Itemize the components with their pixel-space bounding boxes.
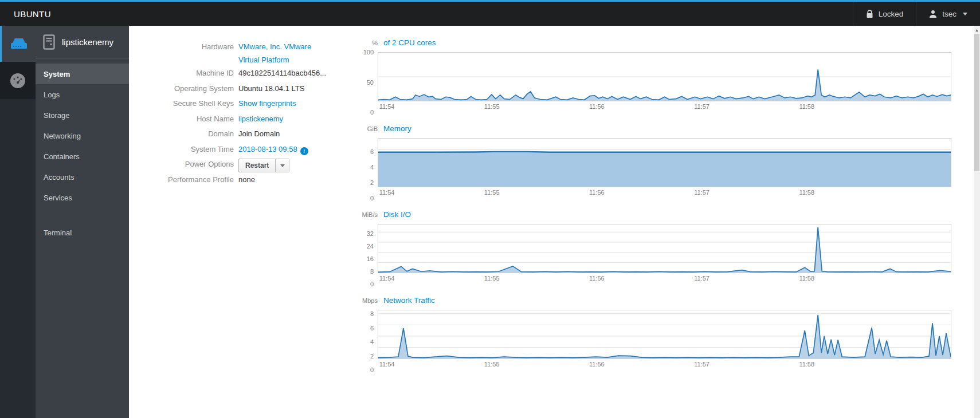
host-machine-icon <box>43 34 55 50</box>
lock-icon <box>866 10 873 18</box>
info-value: 2018-08-13 09:58i <box>238 143 308 156</box>
info-value: Join Domain <box>238 127 280 140</box>
sidebar-item-terminal[interactable]: Terminal <box>36 222 129 243</box>
x-tick-label: 11:58 <box>799 103 814 110</box>
y-tick-label: 4 <box>370 338 374 345</box>
y-tick-label: 4 <box>370 164 374 171</box>
sidebar-item-networking[interactable]: Networking <box>36 125 129 146</box>
network-chart: MbpsNetwork Traffic0246811:5411:5511:561… <box>340 296 951 370</box>
info-value: Show fingerprints <box>238 97 296 110</box>
sidebar-item-containers[interactable]: Containers <box>36 146 129 167</box>
x-tick-label: 11:58 <box>799 275 814 282</box>
y-axis-labels: 0246 <box>340 138 378 198</box>
info-row-hardware: HardwareVMware, Inc. VMwareVirtual Platf… <box>129 40 340 66</box>
brand-label: UBUNTU <box>0 9 51 19</box>
y-tick-label: 8 <box>370 268 374 275</box>
scroll-up-arrow-icon[interactable]: ▲ <box>974 26 980 34</box>
info-link[interactable]: lipstickenemy <box>238 115 283 123</box>
sidebar-item-system[interactable]: System <box>36 64 129 84</box>
y-axis-labels: 08162432 <box>340 224 378 284</box>
sidebar-item-services[interactable]: Services <box>36 187 129 208</box>
info-label: Power Options <box>129 157 234 171</box>
cpu-chart-title-link[interactable]: of 2 CPU cores <box>383 38 436 47</box>
y-tick-label: 0 <box>370 281 374 287</box>
info-label: Secure Shell Keys <box>129 97 234 110</box>
chevron-down-icon <box>280 164 285 167</box>
info-label: Hardware <box>129 40 234 53</box>
server-icon <box>9 37 29 51</box>
info-row-performance-profile: Performance Profilenone <box>129 173 340 188</box>
y-axis-labels: 02468 <box>340 310 378 370</box>
chart-unit-label: MiB/s <box>340 211 378 218</box>
user-icon <box>929 10 937 18</box>
system-info-panel: HardwareVMware, Inc. VMwareVirtual Platf… <box>129 38 340 418</box>
memory-chart-title-link[interactable]: Memory <box>383 124 411 133</box>
x-tick-label: 11:58 <box>799 189 814 196</box>
lock-status[interactable]: Locked <box>853 2 916 26</box>
power-options-caret-button[interactable] <box>276 159 289 172</box>
chevron-down-icon <box>963 13 967 15</box>
chart-header: GiBMemory <box>340 124 951 133</box>
info-row-operating-system: Operating SystemUbuntu 18.04.1 LTS <box>129 82 340 97</box>
x-tick-label: 11:55 <box>484 103 500 110</box>
x-axis-labels: 11:5411:5511:5611:5711:58 <box>378 102 951 112</box>
host-header[interactable]: lipstickenemy <box>36 26 129 58</box>
x-axis-labels: 11:5411:5511:5611:5711:58 <box>378 274 951 284</box>
x-tick-label: 11:57 <box>694 103 709 110</box>
menu-gap <box>36 208 129 222</box>
x-tick-label: 11:57 <box>694 361 709 368</box>
info-row-host-name: Host Namelipstickenemy <box>129 112 340 128</box>
cpu-chart: %of 2 CPU cores05010011:5411:5511:5611:5… <box>340 38 951 112</box>
plot-wrap: 11:5411:5511:5611:5711:58 <box>378 138 951 198</box>
sidebar-item-storage[interactable]: Storage <box>36 105 129 125</box>
y-tick-label: 0 <box>370 109 374 116</box>
y-tick-label: 24 <box>367 243 374 250</box>
rail-item-dashboard[interactable] <box>0 62 36 99</box>
time-info-icon[interactable]: i <box>300 147 308 155</box>
plot-wrap: 11:5411:5511:5611:5711:58 <box>378 310 951 370</box>
sidebar-hostname: lipstickenemy <box>62 37 113 47</box>
chart-body: 0816243211:5411:5511:5611:5711:58 <box>340 224 951 284</box>
x-tick-label: 11:54 <box>379 275 395 282</box>
chart-body: 05010011:5411:5511:5611:5711:58 <box>340 52 951 112</box>
x-tick-label: 11:54 <box>379 189 395 196</box>
y-tick-label: 2 <box>370 353 374 360</box>
network-plot-area <box>378 310 951 359</box>
user-menu[interactable]: tsec <box>916 2 980 26</box>
x-tick-label: 11:55 <box>484 275 500 282</box>
info-label: System Time <box>129 143 234 156</box>
y-tick-label: 100 <box>363 49 374 56</box>
info-link[interactable]: Show fingerprints <box>238 99 296 108</box>
vertical-scrollbar[interactable]: ▲ <box>974 26 980 418</box>
network-chart-title-link[interactable]: Network Traffic <box>383 296 435 305</box>
y-tick-label: 8 <box>370 310 374 317</box>
scrollbar-thumb[interactable] <box>974 34 979 171</box>
system-time-link[interactable]: 2018-08-13 09:58 <box>238 145 297 153</box>
x-tick-label: 11:54 <box>379 361 395 368</box>
sidebar-item-logs[interactable]: Logs <box>36 84 129 105</box>
y-tick-label: 0 <box>370 195 374 202</box>
sidebar-item-accounts[interactable]: Accounts <box>36 167 129 187</box>
sidebar: lipstickenemy SystemLogsStorageNetworkin… <box>36 26 129 418</box>
x-tick-label: 11:56 <box>589 103 605 110</box>
info-value: VMware, Inc. VMwareVirtual Platform <box>238 40 311 66</box>
chart-unit-label: % <box>340 40 378 46</box>
disk-chart-title-link[interactable]: Disk I/O <box>383 210 411 219</box>
charts-column: %of 2 CPU cores05010011:5411:5511:5611:5… <box>340 38 980 418</box>
rail-item-server[interactable] <box>0 26 36 62</box>
chart-unit-label: GiB <box>340 125 378 132</box>
x-axis-labels: 11:5411:5511:5611:5711:58 <box>378 188 951 198</box>
main-content: HardwareVMware, Inc. VMwareVirtual Platf… <box>129 26 980 418</box>
chart-header: MbpsNetwork Traffic <box>340 296 951 305</box>
x-tick-label: 11:58 <box>799 361 814 368</box>
info-value: Ubuntu 18.04.1 LTS <box>238 82 304 95</box>
user-name: tsec <box>942 10 957 18</box>
hardware-link[interactable]: VMware, Inc. VMwareVirtual Platform <box>238 40 311 66</box>
y-tick-label: 50 <box>367 79 374 86</box>
host-icon-rail <box>0 26 36 418</box>
chart-header: %of 2 CPU cores <box>340 38 951 47</box>
restart-button[interactable]: Restart <box>238 159 276 172</box>
x-axis-labels: 11:5411:5511:5611:5711:58 <box>378 360 951 370</box>
y-tick-label: 6 <box>370 325 374 332</box>
lock-label: Locked <box>879 10 904 18</box>
